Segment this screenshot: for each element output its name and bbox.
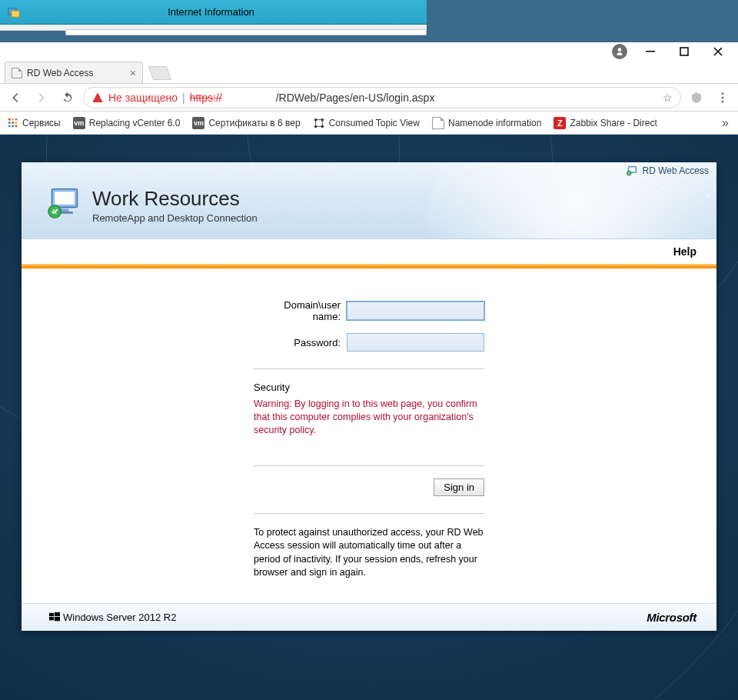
page-subtitle: RemoteApp and Desktop Connection (92, 212, 258, 224)
bookmark-item[interactable]: Consumed Topic View (310, 115, 423, 131)
url-scheme: https:// (190, 92, 222, 104)
svg-point-6 (722, 100, 724, 102)
bookmark-apps[interactable]: Сервисы (5, 116, 64, 130)
rd-badge-label: RD Web Access (643, 165, 709, 176)
svg-rect-24 (55, 192, 75, 205)
bookmark-star-icon[interactable]: ☆ (663, 92, 673, 104)
password-input[interactable] (347, 333, 484, 352)
bookmark-item[interactable]: vm Сертификаты в 6 вер (189, 115, 303, 131)
microsoft-logo: Microsoft (647, 611, 696, 624)
svg-rect-29 (55, 612, 60, 616)
address-bar[interactable]: Не защищено | https:// /RDWeb/Pages/en-U… (83, 87, 681, 108)
login-body: Domain\user name: Password: Security War… (22, 268, 716, 603)
bookmark-label: Replacing vCenter 6.0 (89, 118, 181, 128)
svg-point-4 (722, 92, 724, 95)
favicon-icon: Z (554, 117, 566, 129)
bookmark-label: Сертификаты в 6 вер (208, 118, 300, 128)
svg-rect-21 (630, 168, 635, 172)
svg-rect-31 (55, 617, 60, 621)
favicon-icon: vm (73, 117, 85, 129)
profile-avatar-icon[interactable] (612, 44, 627, 59)
forward-button[interactable] (31, 87, 52, 108)
apps-grid-icon (8, 118, 18, 128)
iis-title: Internet Information (26, 6, 396, 18)
footer-left: Windows Server 2012 R2 (49, 612, 176, 623)
not-secure-icon (91, 92, 104, 104)
timeout-notice: To protect against unauthorized access, … (254, 526, 484, 580)
windows-flag-icon (49, 612, 60, 622)
svg-rect-13 (8, 125, 11, 127)
page-viewport: RD Web Access Work Resources Remot (0, 135, 738, 700)
svg-rect-30 (49, 617, 54, 620)
new-tab-button[interactable] (148, 66, 172, 80)
window-caption-buttons (0, 42, 738, 61)
bookmark-label: Consumed Topic View (329, 118, 420, 128)
extension-icon[interactable] (686, 87, 707, 108)
divider (254, 465, 484, 466)
help-link[interactable]: Help (22, 239, 716, 264)
tab-title: RD Web Access (27, 68, 93, 78)
window-minimize-button[interactable] (633, 42, 667, 61)
url-path: /RDWeb/Pages/en-US/login.aspx (276, 92, 435, 104)
divider (254, 513, 484, 514)
favicon-icon (313, 117, 325, 129)
svg-rect-11 (12, 122, 14, 124)
rd-header: RD Web Access Work Resources Remot (22, 162, 716, 239)
security-warning: Warning: By logging in to this web page,… (254, 398, 484, 437)
username-input[interactable] (347, 302, 484, 320)
bookmark-label: Namenode information (448, 118, 541, 128)
security-heading: Security (254, 382, 484, 393)
url-separator: | (182, 92, 185, 104)
tab-close-button[interactable]: × (130, 67, 136, 79)
tab-favicon-icon (12, 68, 22, 78)
browser-window: RD Web Access × Не защищено | https:// /… (0, 42, 738, 700)
iis-icon (8, 6, 20, 18)
page-title: Work Resources (92, 187, 258, 211)
divider (254, 368, 484, 369)
username-label: Domain\user name: (254, 299, 347, 322)
password-label: Password: (254, 337, 347, 348)
svg-rect-25 (61, 208, 69, 212)
svg-rect-2 (646, 51, 655, 52)
svg-rect-1 (12, 11, 19, 17)
favicon-icon (432, 117, 444, 129)
bookmark-item[interactable]: vm Replacing vCenter 6.0 (70, 115, 184, 131)
iis-titlebar: Internet Information (0, 0, 427, 25)
work-resources-icon (48, 187, 81, 219)
not-secure-label: Не защищено (108, 92, 178, 104)
iis-address-strip (65, 29, 427, 35)
chrome-menu-button[interactable] (712, 87, 733, 108)
bookmark-item[interactable]: Z Zabbix Share - Direct (550, 115, 660, 131)
svg-rect-15 (15, 125, 18, 127)
reload-button[interactable] (57, 87, 78, 108)
svg-rect-8 (12, 118, 14, 120)
bookmark-item[interactable]: Namenode information (429, 115, 544, 131)
window-close-button[interactable] (701, 42, 735, 61)
svg-rect-12 (15, 122, 18, 124)
bookmarks-overflow-button[interactable]: » (722, 116, 733, 130)
svg-rect-10 (8, 122, 11, 124)
svg-rect-14 (12, 125, 14, 127)
sign-in-button[interactable]: Sign in (434, 478, 484, 496)
svg-rect-9 (15, 118, 18, 120)
svg-point-5 (722, 96, 724, 98)
svg-rect-28 (49, 612, 54, 615)
rd-badge-icon (627, 165, 639, 176)
rd-panel: RD Web Access Work Resources Remot (22, 162, 716, 631)
svg-rect-3 (680, 48, 688, 55)
omnibar: Не защищено | https:// /RDWeb/Pages/en-U… (0, 84, 738, 112)
back-button[interactable] (5, 87, 26, 108)
browser-tab[interactable]: RD Web Access × (5, 62, 143, 83)
bookmark-apps-label: Сервисы (22, 118, 61, 128)
rd-badge: RD Web Access (627, 165, 709, 176)
window-maximize-button[interactable] (667, 42, 701, 61)
svg-rect-7 (8, 118, 11, 120)
favicon-icon: vm (192, 117, 204, 129)
tab-strip: RD Web Access × (0, 61, 738, 84)
bookmarks-bar: Сервисы vm Replacing vCenter 6.0 vm Серт… (0, 112, 738, 135)
rd-footer: Windows Server 2012 R2 Microsoft (22, 603, 716, 631)
login-form: Domain\user name: Password: Security War… (254, 299, 484, 580)
bookmark-label: Zabbix Share - Direct (570, 118, 657, 128)
